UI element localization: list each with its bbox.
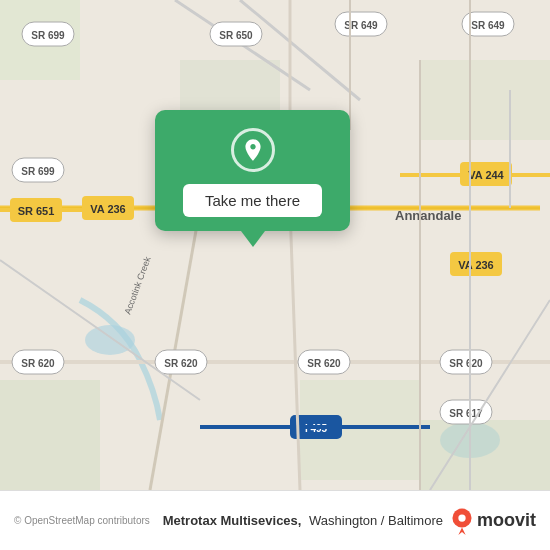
svg-text:SR 620: SR 620 <box>164 358 198 369</box>
svg-text:VA 236: VA 236 <box>90 203 125 215</box>
copyright-text: © OpenStreetMap contributors <box>14 515 155 526</box>
svg-point-1 <box>85 325 135 355</box>
region-name: Washington / Baltimore <box>309 513 443 528</box>
svg-text:SR 699: SR 699 <box>31 30 65 41</box>
location-name: Metrotax Multisevices, <box>163 513 302 528</box>
svg-text:VA 236: VA 236 <box>458 259 493 271</box>
map-svg: VA 236 VA 236 VA 244 SR 650 SR 649 SR 64… <box>0 0 550 490</box>
take-me-there-button[interactable]: Take me there <box>183 184 322 217</box>
svg-text:Annandale: Annandale <box>395 208 461 223</box>
svg-text:SR 620: SR 620 <box>449 358 483 369</box>
svg-rect-4 <box>420 420 550 490</box>
map-container: VA 236 VA 236 VA 244 SR 650 SR 649 SR 64… <box>0 0 550 490</box>
moovit-pin-icon <box>451 507 473 535</box>
svg-text:SR 699: SR 699 <box>21 166 55 177</box>
svg-text:SR 650: SR 650 <box>219 30 253 41</box>
footer-info: Metrotax Multisevices, Washington / Balt… <box>163 507 536 535</box>
popup-card: Take me there <box>155 110 350 231</box>
footer-location-text: Metrotax Multisevices, Washington / Balt… <box>163 513 443 528</box>
svg-text:SR 620: SR 620 <box>21 358 55 369</box>
svg-point-61 <box>458 514 465 521</box>
moovit-logo-text: moovit <box>477 510 536 531</box>
svg-text:SR 651: SR 651 <box>18 205 55 217</box>
footer-bar: © OpenStreetMap contributors Metrotax Mu… <box>0 490 550 550</box>
location-pin-icon <box>240 137 266 163</box>
location-icon-wrap <box>231 128 275 172</box>
svg-text:SR 620: SR 620 <box>307 358 341 369</box>
svg-text:VA 244: VA 244 <box>468 169 504 181</box>
svg-text:SR 649: SR 649 <box>471 20 505 31</box>
svg-rect-6 <box>0 380 100 490</box>
svg-rect-8 <box>420 60 550 140</box>
moovit-logo: moovit <box>451 507 536 535</box>
